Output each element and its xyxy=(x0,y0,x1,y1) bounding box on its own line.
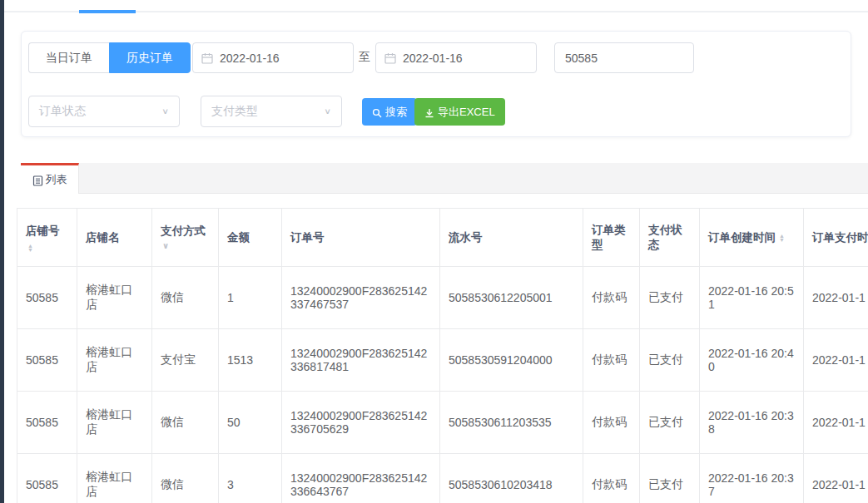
column-header-5: 订单号 xyxy=(282,209,440,267)
top-nav-bar xyxy=(4,0,868,12)
date-from-input[interactable]: 2022-01-16 xyxy=(192,42,354,73)
shop-number-input[interactable] xyxy=(554,42,694,73)
list-tab-strip: 列表 xyxy=(21,163,868,194)
download-icon xyxy=(424,106,434,118)
table-cell: 2022-01-16 20:51 xyxy=(700,267,804,329)
chevron-down-icon: ∨ xyxy=(161,106,169,116)
sort-icon[interactable]: ▲▼ xyxy=(779,234,785,242)
column-header-7: 订单类型 xyxy=(583,209,640,267)
table-cell: 微信 xyxy=(152,392,219,454)
calendar-icon xyxy=(201,52,213,64)
date-range-to-label: 至 xyxy=(359,50,370,65)
table-cell: 2022-01-1 xyxy=(804,392,868,454)
table-cell: 2022-01-1 xyxy=(804,329,868,392)
pay-type-select[interactable]: 支付类型 ∨ xyxy=(201,96,342,127)
table-cell: 13240002900F283625142336705629 xyxy=(282,392,440,454)
table-cell: 5058530611203535 xyxy=(440,392,583,454)
table-cell: 已支付 xyxy=(640,454,700,503)
column-label: 订单号 xyxy=(290,231,325,244)
date-to-value: 2022-01-16 xyxy=(403,52,463,65)
table-cell: 支付宝 xyxy=(152,329,219,392)
table-row: 50585榕港虹口店微信313240002900F283625142336643… xyxy=(17,454,868,503)
table-cell: 13240002900F283625142336817481 xyxy=(282,329,440,392)
order-status-select[interactable]: 订单状态 ∨ xyxy=(28,96,180,127)
order-status-placeholder: 订单状态 xyxy=(39,104,86,119)
column-label: 流水号 xyxy=(449,231,483,244)
column-label: 店铺号 xyxy=(26,224,60,237)
table-cell: 2022-01-16 20:38 xyxy=(700,392,804,454)
date-to-input[interactable]: 2022-01-16 xyxy=(375,42,537,73)
table-cell: 2022-01-16 20:37 xyxy=(700,454,804,503)
table-cell: 已支付 xyxy=(640,392,700,454)
calendar-icon xyxy=(384,52,396,64)
column-label: 支付状态 xyxy=(648,224,682,251)
export-button-label: 导出EXCEL xyxy=(438,105,495,120)
table-cell: 50 xyxy=(219,392,282,454)
table-cell: 5058530591204000 xyxy=(440,329,583,392)
table-cell: 付款码 xyxy=(583,267,640,329)
table-header-row: 店铺号▲▼店铺名支付方式∨金额订单号流水号订单类型支付状态订单创建时间▲▼订单支… xyxy=(17,209,868,267)
sort-icon[interactable]: ▲▼ xyxy=(27,244,68,252)
table-row: 50585榕港虹口店微信113240002900F283625142337467… xyxy=(17,267,868,329)
table-cell: 榕港虹口店 xyxy=(77,454,152,503)
table-cell: 付款码 xyxy=(583,454,640,503)
search-icon xyxy=(372,106,382,118)
column-header-10: 订单支付时间 xyxy=(804,209,868,267)
date-from-value: 2022-01-16 xyxy=(220,52,280,65)
table-cell: 50585 xyxy=(17,267,77,329)
table-cell: 付款码 xyxy=(583,392,640,454)
table-cell: 榕港虹口店 xyxy=(77,392,152,454)
table-cell: 3 xyxy=(219,454,282,503)
orders-table: 店铺号▲▼店铺名支付方式∨金额订单号流水号订单类型支付状态订单创建时间▲▼订单支… xyxy=(17,208,868,503)
today-orders-button[interactable]: 当日订单 xyxy=(28,42,109,73)
filter-panel: 当日订单 历史订单 2022-01-16 至 2022-01-16 订单 xyxy=(21,31,851,137)
table-cell: 13240002900F283625142336643767 xyxy=(282,454,440,503)
export-excel-button[interactable]: 导出EXCEL xyxy=(414,98,505,126)
column-header-8: 支付状态 xyxy=(640,209,700,267)
table-cell: 13240002900F283625142337467537 xyxy=(282,267,440,329)
chevron-down-icon: ∨ xyxy=(162,241,169,250)
column-header-9[interactable]: 订单创建时间▲▼ xyxy=(700,209,804,267)
column-header-4: 金额 xyxy=(219,209,282,267)
column-header-1[interactable]: 店铺号▲▼ xyxy=(17,209,77,267)
active-top-tab-indicator[interactable] xyxy=(79,10,136,13)
table-cell: 已支付 xyxy=(640,329,700,392)
column-header-3[interactable]: 支付方式∨ xyxy=(152,209,219,267)
column-label: 金额 xyxy=(227,231,250,244)
order-scope-toggle: 当日订单 历史订单 xyxy=(28,42,191,73)
chevron-down-icon: ∨ xyxy=(324,106,331,116)
column-label: 订单类型 xyxy=(592,224,626,251)
table-cell: 付款码 xyxy=(583,329,640,392)
table-cell: 已支付 xyxy=(640,267,700,329)
column-label: 店铺名 xyxy=(86,231,120,244)
table-cell: 2022-01-1 xyxy=(804,454,868,503)
history-orders-button[interactable]: 历史订单 xyxy=(109,42,191,73)
table-cell: 1513 xyxy=(219,329,282,392)
tab-list[interactable]: 列表 xyxy=(21,163,79,194)
column-header-2: 店铺名 xyxy=(77,209,152,267)
pay-type-placeholder: 支付类型 xyxy=(211,104,258,119)
sidebar-edge xyxy=(0,0,4,503)
column-label: 订单创建时间 xyxy=(708,231,776,244)
table-cell: 2022-01-1 xyxy=(804,267,868,329)
table-cell: 50585 xyxy=(17,392,77,454)
table-cell: 1 xyxy=(219,267,282,329)
table-cell: 榕港虹口店 xyxy=(77,267,152,329)
table-cell: 微信 xyxy=(152,267,219,329)
table-cell: 2022-01-16 20:40 xyxy=(700,329,804,392)
table-row: 50585榕港虹口店微信5013240002900F28362514233670… xyxy=(17,392,868,454)
search-button-label: 搜索 xyxy=(385,105,407,120)
table-cell: 5058530612205001 xyxy=(440,267,583,329)
list-icon xyxy=(32,173,43,185)
table-cell: 5058530610203418 xyxy=(440,454,583,503)
table-cell: 微信 xyxy=(152,454,219,503)
search-button[interactable]: 搜索 xyxy=(362,98,417,126)
column-label: 支付方式 xyxy=(161,224,206,237)
table-row: 50585榕港虹口店支付宝151313240002900F28362514233… xyxy=(17,329,868,392)
table-cell: 榕港虹口店 xyxy=(77,329,152,392)
column-label: 订单支付时间 xyxy=(812,231,868,244)
table-cell: 50585 xyxy=(17,329,77,392)
column-header-6: 流水号 xyxy=(440,209,583,267)
tab-list-label: 列表 xyxy=(46,172,67,187)
table-cell: 50585 xyxy=(17,454,77,503)
